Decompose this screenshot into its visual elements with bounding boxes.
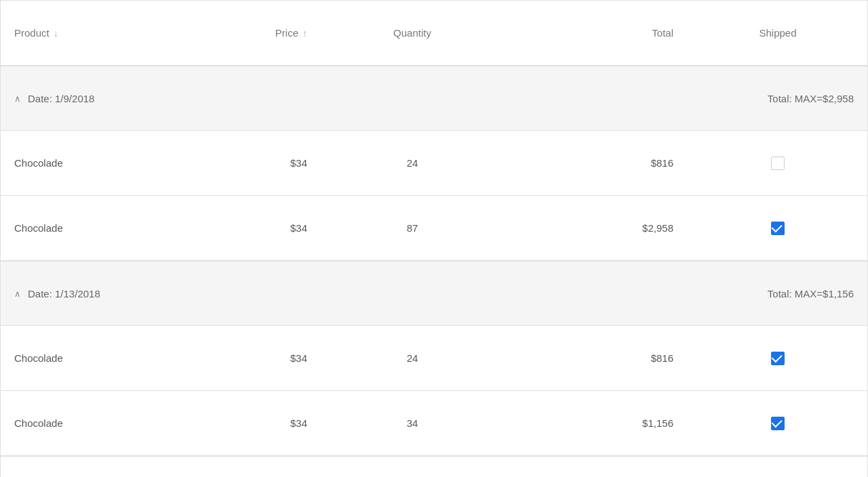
quantity-label: Quantity (393, 27, 431, 39)
header-shipped[interactable]: Shipped (687, 27, 868, 39)
price-label: Price (275, 27, 298, 39)
group-1-total: Total: MAX=$2,958 (434, 93, 854, 104)
shipped-cell (687, 222, 868, 235)
total-cell: $1,156 (504, 417, 687, 429)
product-cell: Chocolade (1, 222, 138, 234)
quantity-cell: 87 (321, 222, 504, 234)
total-cell: $816 (504, 352, 687, 364)
sort-down-icon[interactable]: ↓ (54, 28, 58, 38)
product-cell: Chocolade (1, 352, 138, 364)
checkbox-checked[interactable] (771, 417, 785, 430)
sort-up-icon[interactable]: ↑ (302, 28, 307, 38)
header-quantity[interactable]: Quantity (321, 27, 504, 39)
product-label: Product (14, 27, 50, 39)
product-cell: Chocolade (1, 157, 138, 169)
shipped-cell (687, 157, 868, 170)
group-2-total: Total: MAX=$1,156 (434, 288, 854, 299)
product-cell: Chocolade (1, 417, 138, 429)
checkbox-wrapper[interactable] (771, 417, 785, 430)
price-cell: $34 (138, 157, 321, 169)
table-row: Chocolade $34 87 $2,958 (1, 196, 867, 261)
group-2-date: Date: 1/13/2018 (28, 288, 100, 299)
price-cell: $34 (138, 417, 321, 429)
group-1-left: ∧ Date: 1/9/2018 (14, 93, 434, 104)
checkbox-checked[interactable] (771, 352, 785, 365)
total-label: Total (652, 27, 673, 39)
orders-table: Product ↓ Price ↑ Quantity Total Shipped… (0, 0, 868, 477)
group-2-left: ∧ Date: 1/13/2018 (14, 288, 434, 299)
quantity-cell: 34 (321, 417, 504, 429)
chevron-up-icon-1: ∧ (14, 94, 21, 104)
shipped-cell (687, 352, 868, 365)
price-cell: $34 (138, 222, 321, 234)
chevron-up-icon-2: ∧ (14, 289, 21, 299)
group-header-1[interactable]: ∧ Date: 1/9/2018 Total: MAX=$2,958 (1, 66, 867, 131)
group-1-date: Date: 1/9/2018 (28, 93, 94, 104)
quantity-cell: 24 (321, 157, 504, 169)
shipped-cell (687, 417, 868, 430)
table-footer: Total: $18,564 Not Shipped: 6 (1, 456, 867, 477)
checkbox-wrapper[interactable] (771, 352, 785, 365)
table-row: Chocolade $34 24 $816 (1, 131, 867, 196)
table-row: Chocolade $34 34 $1,156 (1, 391, 867, 456)
checkbox-checked[interactable] (771, 222, 785, 235)
total-cell: $816 (504, 157, 687, 169)
header-price[interactable]: Price ↑ (138, 27, 321, 39)
header-product[interactable]: Product ↓ (1, 27, 138, 39)
quantity-cell: 24 (321, 352, 504, 364)
price-cell: $34 (138, 352, 321, 364)
table-row: Chocolade $34 24 $816 (1, 326, 867, 391)
checkbox-unchecked[interactable] (771, 157, 785, 170)
group-header-2[interactable]: ∧ Date: 1/13/2018 Total: MAX=$1,156 (1, 261, 867, 326)
table-header: Product ↓ Price ↑ Quantity Total Shipped (1, 1, 867, 66)
shipped-label: Shipped (759, 27, 796, 39)
header-total[interactable]: Total (504, 27, 687, 39)
total-cell: $2,958 (504, 222, 687, 234)
checkbox-wrapper[interactable] (771, 157, 785, 170)
checkbox-wrapper[interactable] (771, 222, 785, 235)
